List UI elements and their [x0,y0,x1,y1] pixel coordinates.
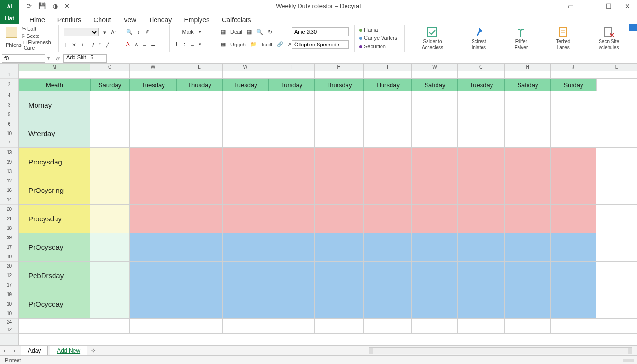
schedule-cell[interactable] [596,119,637,148]
font-size-dd[interactable]: ▾ [103,29,106,36]
schedule-cell[interactable] [90,148,130,176]
row-num-group[interactable]: 131913 [0,148,18,176]
schedule-cell[interactable] [315,91,364,119]
schedule-cell[interactable] [130,290,176,318]
schedule-cell[interactable] [315,176,364,205]
schedule-cell[interactable] [90,176,130,205]
col-header[interactable]: T [268,64,315,71]
row-num-group[interactable]: 4356 [0,91,18,119]
qat-icon[interactable]: ⟳ [27,2,32,9]
schedule-cell[interactable] [364,176,412,205]
day-header-cell[interactable]: Meath [19,79,90,91]
col-header[interactable]: M [19,64,90,71]
schedule-cell[interactable] [176,176,223,205]
cell[interactable] [505,71,551,79]
row-num-group[interactable]: 20211819 [0,205,18,233]
cell[interactable] [19,71,90,79]
schedule-cell[interactable] [596,233,637,262]
cell[interactable] [364,326,412,334]
schedule-cell[interactable] [505,205,551,233]
cell[interactable] [596,326,637,334]
schedule-cell[interactable] [458,205,505,233]
cell[interactable] [551,326,596,334]
schedule-cell[interactable] [505,262,551,290]
cell[interactable] [505,326,551,334]
schedule-cell[interactable] [268,148,315,176]
row-label-cell[interactable]: Procysday [19,205,90,233]
select-all[interactable] [0,64,18,71]
big-btn-2[interactable]: FfilferFalver [511,27,530,50]
cell[interactable] [19,318,90,326]
schedule-cell[interactable] [268,262,315,290]
schedule-cell[interactable] [130,205,176,233]
row-num[interactable]: 12 [0,326,18,334]
replace-icon[interactable]: ↕ [137,29,140,35]
horizontal-scrollbar[interactable] [369,347,632,354]
schedule-cell[interactable] [551,176,596,205]
big-btn-3[interactable]: TerltedLaries [553,27,573,50]
schedule-cell[interactable] [130,119,176,148]
find-icon[interactable]: 🔍 [256,29,263,35]
cell[interactable] [130,318,176,326]
cell[interactable] [176,326,223,334]
align-dd-icon[interactable]: ▾ [199,29,201,35]
cell[interactable] [551,318,596,326]
cell[interactable] [551,71,596,79]
schedule-cell[interactable] [223,290,268,318]
cell[interactable] [412,71,458,79]
cell[interactable] [315,318,364,326]
schedule-cell[interactable] [268,290,315,318]
font-color-icon[interactable]: A̲ [126,41,130,47]
cell[interactable] [90,326,130,334]
schedule-cell[interactable] [315,233,364,262]
cell[interactable] [223,318,268,326]
schedule-cell[interactable] [551,290,596,318]
day-header-cell[interactable]: Thusday [176,79,223,91]
cell[interactable] [315,71,364,79]
row-label-cell[interactable]: PrOcycday [19,290,90,318]
cell[interactable] [596,318,637,326]
schedule-cell[interactable] [551,91,596,119]
schedule-cell[interactable] [90,233,130,262]
schedule-cell[interactable] [90,91,130,119]
cell[interactable] [268,326,315,334]
cell[interactable] [364,318,412,326]
cell[interactable] [412,318,458,326]
sheet-tab-1[interactable]: Aday [21,346,48,355]
schedule-cell[interactable] [505,233,551,262]
format-painter[interactable]: □ Fivrenesh Care [24,39,55,51]
tab-nav-left-icon[interactable]: ‹ [0,347,9,354]
schedule-cell[interactable] [412,290,458,318]
day-header-cell[interactable]: Tuesday [458,79,505,91]
row-label-cell[interactable]: PrOcysring [19,176,90,205]
schedule-cell[interactable] [223,262,268,290]
font-increase-icon[interactable]: A↑ [111,29,117,35]
schedule-cell[interactable] [364,205,412,233]
font-family-select[interactable] [64,28,99,36]
italic-button[interactable]: I [92,42,94,48]
paste-icon[interactable] [6,27,17,38]
new-sheet-icon[interactable]: ✧ [87,347,100,354]
schedule-cell[interactable] [551,148,596,176]
schedule-cell[interactable] [412,91,458,119]
cell[interactable] [458,326,505,334]
schedule-cell[interactable] [315,119,364,148]
schedule-cell[interactable] [176,148,223,176]
day-header-cell[interactable]: Thursday [315,79,364,91]
schedule-cell[interactable] [268,233,315,262]
row-num[interactable]: 2 [0,79,18,91]
sheet-tab-2[interactable]: Add New [50,346,87,355]
schedule-cell[interactable] [130,262,176,290]
brush-icon[interactable]: ╱ [106,42,109,48]
schedule-cell[interactable] [551,205,596,233]
schedule-cell[interactable] [90,262,130,290]
outdent-icon[interactable]: ≡ [191,42,194,47]
cell[interactable] [458,71,505,79]
zoom-control[interactable]: – [617,357,634,363]
schedule-cell[interactable] [90,205,130,233]
schedule-cell[interactable] [268,176,315,205]
schedule-cell[interactable] [223,148,268,176]
schedule-cell[interactable] [176,290,223,318]
zoom-out-icon[interactable]: – [617,357,620,363]
detail-button[interactable]: Deail [230,29,242,35]
